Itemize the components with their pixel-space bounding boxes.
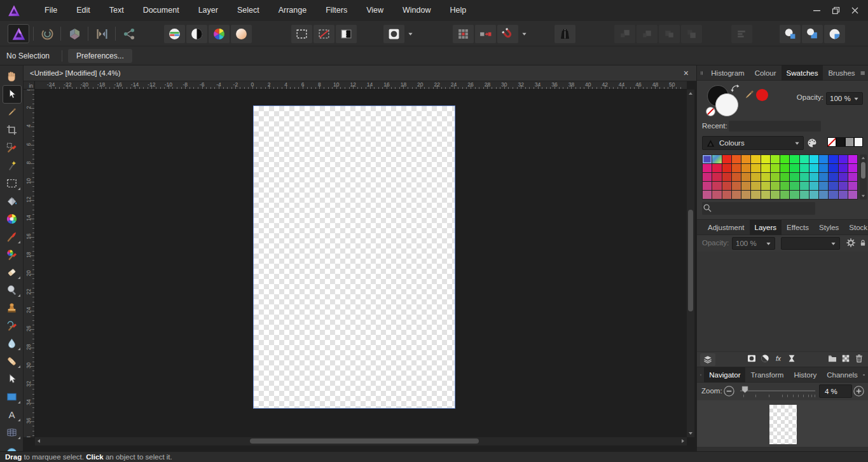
menu-layer[interactable]: Layer [189,0,228,21]
minimize-button[interactable] [809,4,823,18]
canvas[interactable] [35,90,687,437]
preferences-button[interactable]: Preferences... [68,49,132,63]
swatch-cell[interactable] [722,164,731,172]
swatch-cell[interactable] [790,173,799,181]
restore-button[interactable] [829,4,843,18]
pixel-grid-button[interactable] [453,25,474,43]
horizontal-ruler[interactable]: -24-22-20-18-16-14-12-10-8-6-4-202468101… [35,81,687,90]
swatch-cell[interactable] [771,182,780,190]
swatch-cell[interactable] [848,164,857,172]
swatch-cell[interactable] [829,155,837,163]
clone-brush-tool[interactable] [0,299,24,316]
tab-adjustment[interactable]: Adjustment [703,220,750,235]
swatch-cell[interactable] [703,191,712,199]
swatches-menu-icon[interactable] [860,69,865,77]
layers-list-empty[interactable] [697,252,868,351]
auto-white-balance-button[interactable] [231,25,252,43]
photo-persona-button[interactable] [8,24,29,43]
blur-brush-tool[interactable] [0,334,24,352]
swatch-cell[interactable] [800,173,809,181]
swatch-cell[interactable] [829,164,837,172]
tone-mapping-persona-button[interactable] [92,24,111,43]
menu-text[interactable]: Text [100,0,134,21]
swatch-cell[interactable] [819,182,828,190]
selection-brush-tool[interactable] [0,139,24,156]
quick-swatch-grey[interactable] [845,137,854,147]
tab-effects[interactable]: Effects [782,220,814,235]
marquee-select-tool[interactable] [0,174,24,192]
tab-histogram[interactable]: Histogram [706,65,749,81]
gradient-tool[interactable] [0,210,24,228]
group-folder-button[interactable] [827,353,837,366]
swatch-cell[interactable] [809,182,818,190]
zoom-in-button[interactable] [853,385,865,397]
tab-transform[interactable]: Transform [745,367,789,383]
swatch-cell[interactable] [790,182,799,190]
swatch-cell[interactable] [771,155,780,163]
swatch-cell[interactable] [780,173,789,181]
swatch-cell[interactable] [848,191,857,199]
auto-contrast-button[interactable] [186,25,207,43]
ellipse-tool[interactable] [0,441,24,451]
menu-file[interactable]: File [35,0,67,21]
swatch-cell[interactable] [780,191,789,199]
swatch-cell[interactable] [761,182,770,190]
swatch-cell[interactable] [732,164,741,172]
swatch-cell[interactable] [741,155,750,163]
quick-swatch-black[interactable] [836,137,845,147]
vertical-scrollbar[interactable] [687,90,694,437]
swatch-cell[interactable] [839,191,848,199]
insert-behind-button[interactable] [780,25,801,43]
document-tab[interactable]: <Untitled> [Modified] (4.4%) [24,65,127,81]
swatch-cell[interactable] [790,191,799,199]
document-close-button[interactable]: × [681,65,691,81]
swatch-cell[interactable] [703,173,712,181]
crop-tool[interactable] [0,121,24,139]
new-pixel-layer-button[interactable] [841,353,851,366]
tab-brushes[interactable]: Brushes [823,65,860,81]
navigator-preview[interactable] [697,400,868,447]
horizontal-scrollbar[interactable] [35,437,687,445]
tab-layers[interactable]: Layers [750,220,782,235]
swatch-cell[interactable] [712,182,721,190]
swatch-cell[interactable] [800,155,809,163]
swatch-cell[interactable] [761,164,770,172]
panel-colour-picker-icon[interactable] [743,88,755,101]
menu-help[interactable]: Help [441,0,476,21]
node-tool[interactable] [0,370,24,388]
swatch-cell[interactable] [819,173,828,181]
assistant-manager-button[interactable] [555,25,575,43]
replace-selection-button[interactable] [824,25,845,43]
swatch-cell[interactable] [790,155,799,163]
swatch-cell[interactable] [741,182,750,190]
colour-wells[interactable] [706,84,743,118]
swatch-cell[interactable] [741,191,750,199]
close-button[interactable] [848,4,862,18]
paint-brush-tool[interactable] [0,228,24,245]
develop-persona-button[interactable] [65,24,84,43]
swatch-cell[interactable] [712,191,721,199]
colour-picker-tool[interactable] [0,103,24,121]
swatch-cell[interactable] [732,173,741,181]
tab-channels[interactable]: Channels [822,367,863,383]
quick-swatch-none[interactable] [827,137,836,147]
force-pixel-alignment-button[interactable] [475,25,496,43]
swatch-cell[interactable] [809,191,818,199]
tab-colour[interactable]: Colour [750,65,782,81]
mask-button[interactable] [747,353,757,366]
liquify-persona-button[interactable] [38,24,57,43]
menu-arrange[interactable]: Arrange [269,0,316,21]
vertical-scroll-thumb[interactable] [688,210,693,311]
no-colour-well[interactable] [706,107,715,116]
tab-history[interactable]: History [789,367,822,383]
swatch-cell[interactable] [800,191,809,199]
swatch-cell[interactable] [819,155,828,163]
swatch-cell[interactable] [761,155,770,163]
swatch-cell[interactable] [751,164,760,172]
vertical-ruler[interactable]: 02468101214161820222426283032343638 [24,90,35,437]
colour-replacement-brush-tool[interactable] [0,245,24,263]
swatch-cell[interactable] [829,191,837,199]
swatch-cell[interactable] [771,173,780,181]
marquee-toggle-button[interactable] [336,25,357,43]
document-page[interactable] [253,105,455,409]
